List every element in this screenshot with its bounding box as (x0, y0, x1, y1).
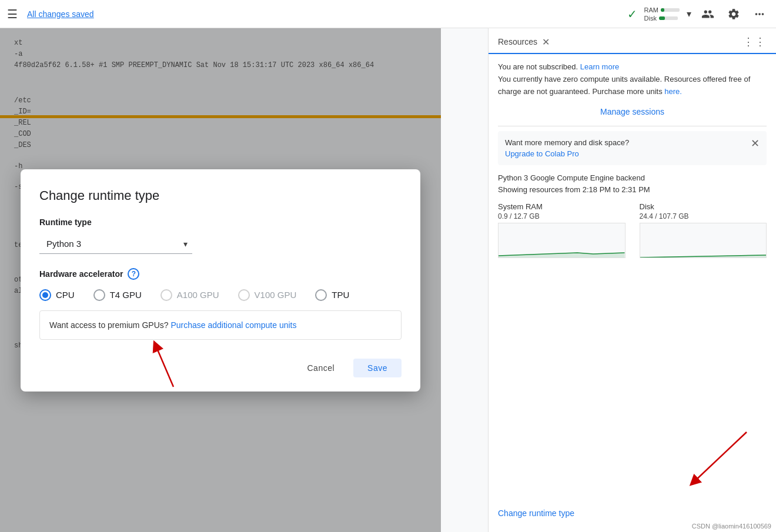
upgrade-card: Want more memory and disk space? Upgrade… (498, 131, 767, 165)
purchase-compute-link[interactable]: Purchase additional compute units (170, 320, 296, 330)
resources-title: Resources (498, 37, 537, 46)
modal-footer: Cancel Save (39, 354, 402, 377)
disk-bar-fill (659, 16, 665, 20)
radio-label-a100gpu: A100 GPU (177, 290, 219, 300)
divider-1 (498, 126, 767, 126)
here-link[interactable]: here. (664, 87, 682, 96)
disk-metric-label: Disk (640, 202, 767, 211)
upgrade-card-text: Want more memory and disk space? Upgrade… (505, 138, 746, 158)
ram-label: RAM (644, 6, 658, 14)
radio-label-v100gpu: V100 GPU (255, 290, 297, 300)
svg-line-1 (694, 432, 747, 482)
radio-cpu[interactable]: CPU (39, 289, 75, 301)
main-layout: xt -a 4f80d2a5f62 6.1.58+ #1 SMP PREEMPT… (0, 28, 776, 532)
disk-chart (640, 223, 767, 258)
upgrade-card-label: Want more memory and disk space? (505, 138, 629, 147)
radio-circle-cpu (39, 289, 51, 301)
more-vert-icon[interactable] (750, 5, 769, 24)
disk-row: Disk (644, 15, 680, 22)
premium-notice: Want access to premium GPUs? Purchase ad… (39, 310, 402, 340)
system-ram-value: 0.9 / 12.7 GB (498, 212, 626, 220)
close-card-icon[interactable]: ✕ (751, 138, 760, 149)
runtime-select[interactable]: Python 3 Python 2 R (39, 234, 192, 254)
radio-tpu[interactable]: TPU (315, 289, 349, 301)
compute-backend-text: Python 3 Google Compute Engine backend (498, 172, 767, 184)
hw-accelerator-label: Hardware accelerator (39, 269, 123, 279)
ram-bar-fill (661, 8, 664, 12)
hw-accelerator-section: Hardware accelerator ? CPU T4 GPU (39, 268, 402, 301)
premium-notice-text: Want access to premium GPUs? (49, 320, 169, 330)
settings-icon[interactable] (724, 5, 743, 24)
system-ram-chart (498, 223, 626, 258)
radio-circle-v100gpu (238, 289, 250, 301)
cancel-button[interactable]: Cancel (293, 359, 349, 377)
system-ram-block: System RAM 0.9 / 12.7 GB (498, 202, 626, 258)
all-changes-saved[interactable]: All changes saved (27, 9, 94, 19)
system-ram-label: System RAM (498, 202, 626, 211)
watermark: CSDN @liaomin416100569 (692, 523, 771, 530)
resources-header: Resources ✕ ⋮⋮ (489, 28, 776, 54)
notebook-panel: xt -a 4f80d2a5f62 6.1.58+ #1 SMP PREEMPT… (0, 28, 488, 532)
top-bar: ☰ All changes saved ✓ RAM Disk ▾ (0, 0, 776, 28)
modal-overlay: Change runtime type Runtime type Python … (0, 28, 441, 532)
compute-units-text: You currently have zero compute units av… (498, 75, 750, 96)
resources-more-icon[interactable]: ⋮⋮ (743, 35, 767, 48)
showing-resources-text: Showing resources from 2:18 PM to 2:31 P… (498, 184, 767, 196)
change-runtime-type-link[interactable]: Change runtime type (498, 508, 574, 518)
disk-bar-bg (659, 16, 678, 20)
people-icon[interactable] (698, 5, 717, 24)
disk-label: Disk (644, 15, 657, 22)
upgrade-to-colab-pro-link[interactable]: Upgrade to Colab Pro (505, 149, 746, 158)
radio-circle-tpu (315, 289, 327, 301)
not-subscribed-text: You are not subscribed. Learn more You c… (498, 61, 767, 98)
top-bar-right: ✓ RAM Disk ▾ (627, 5, 769, 24)
runtime-type-label: Runtime type (39, 218, 402, 227)
not-subscribed-label: You are not subscribed. (498, 62, 578, 71)
runtime-select-wrapper: Python 3 Python 2 R ▾ (39, 234, 192, 254)
resources-metrics: System RAM 0.9 / 12.7 GB Disk 24.4 / 107… (498, 202, 767, 258)
save-button[interactable]: Save (353, 359, 402, 377)
disk-metric-value: 24.4 / 107.7 GB (640, 212, 767, 220)
compute-info: Python 3 Google Compute Engine backend S… (498, 172, 767, 195)
change-runtime-modal: Change runtime type Runtime type Python … (21, 169, 420, 392)
radio-circle-a100gpu (160, 289, 172, 301)
ram-row: RAM (644, 6, 680, 14)
resources-body: You are not subscribed. Learn more You c… (489, 54, 776, 275)
modal-title: Change runtime type (39, 188, 402, 203)
hw-label-row: Hardware accelerator ? (39, 268, 402, 280)
manage-sessions-button[interactable]: Manage sessions (498, 102, 767, 121)
ram-bar-bg (661, 8, 680, 12)
disk-block: Disk 24.4 / 107.7 GB (640, 202, 767, 258)
resources-panel: Resources ✕ ⋮⋮ You are not subscribed. L… (488, 28, 776, 532)
radio-a100gpu[interactable]: A100 GPU (160, 289, 219, 301)
radio-group: CPU T4 GPU A100 GPU (39, 289, 402, 301)
menu-icon[interactable]: ☰ (7, 7, 18, 21)
red-arrow-change-runtime (676, 426, 764, 497)
radio-v100gpu[interactable]: V100 GPU (238, 289, 297, 301)
checkmark-icon: ✓ (627, 7, 637, 21)
radio-label-t4gpu: T4 GPU (110, 290, 142, 300)
top-bar-left: ☰ All changes saved (7, 7, 94, 21)
ram-disk-widget: RAM Disk (644, 6, 680, 22)
radio-label-tpu: TPU (332, 290, 349, 300)
radio-label-cpu: CPU (56, 290, 75, 300)
radio-t4gpu[interactable]: T4 GPU (93, 289, 142, 301)
radio-circle-t4gpu (93, 289, 105, 301)
ram-disk-dropdown[interactable]: ▾ (687, 8, 691, 19)
resources-close-icon[interactable]: ✕ (542, 36, 550, 48)
help-icon[interactable]: ? (128, 268, 139, 280)
learn-more-link[interactable]: Learn more (580, 62, 619, 71)
